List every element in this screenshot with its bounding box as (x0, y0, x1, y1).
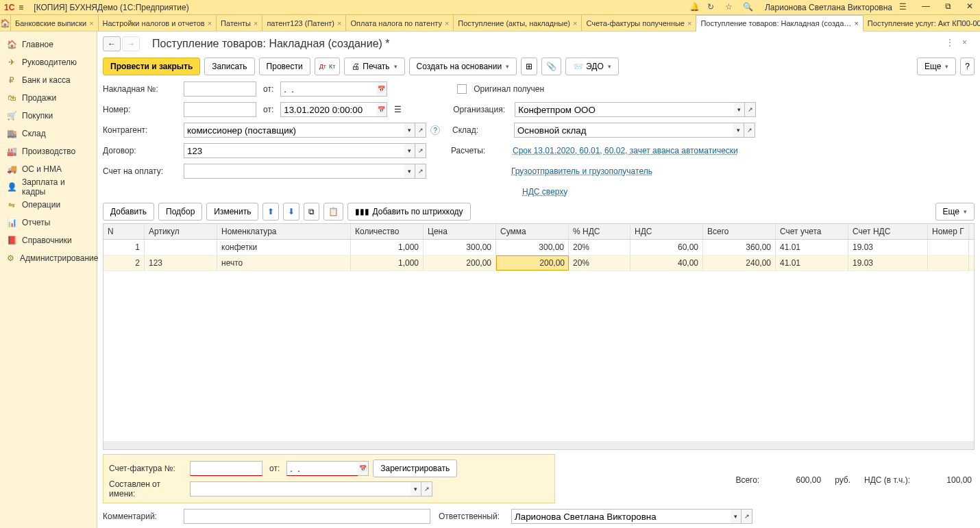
edo-button[interactable]: 📨ЭДО▾ (565, 58, 619, 75)
open-icon[interactable]: ↗ (415, 164, 426, 179)
user-menu-icon[interactable]: ☰ (899, 2, 910, 13)
forward-button[interactable]: → (122, 36, 140, 51)
table-row[interactable]: 2 123 нечто 1,000 200,00 200,00 20% 40,0… (103, 255, 974, 271)
more-button[interactable]: Еще▾ (917, 58, 956, 75)
chevron-down-icon[interactable]: ▾ (411, 481, 421, 496)
user-name[interactable]: Ларионова Светлана Викторовна (765, 3, 892, 12)
post-close-button[interactable]: Провести и закрыть (103, 58, 200, 75)
home-button[interactable]: 🏠 (0, 15, 11, 31)
tab-services[interactable]: Поступление услуг: Акт КП00-000028 от 26… (863, 15, 980, 31)
close-icon[interactable]: × (445, 19, 449, 27)
attach-button[interactable]: 📎 (541, 58, 561, 75)
sidebar-item-operations[interactable]: ⇋Операции (0, 196, 97, 214)
tab-goods-receipt[interactable]: Поступление товаров: Накладная (создание… (696, 15, 863, 32)
close-icon[interactable]: × (208, 19, 212, 27)
star-icon[interactable]: ☆ (725, 2, 736, 13)
paste-button[interactable]: 📋 (323, 203, 343, 221)
sidebar-item-sales[interactable]: 🛍Продажи (0, 89, 97, 107)
col-sum[interactable]: Сумма (496, 224, 569, 239)
col-tot[interactable]: Всего (703, 224, 776, 239)
dtkt-button[interactable]: ДтКт (315, 58, 341, 75)
chevron-down-icon[interactable]: ▾ (733, 123, 744, 138)
move-down-button[interactable]: ⬇ (283, 203, 299, 221)
open-icon[interactable]: ↗ (421, 481, 432, 496)
sost-input[interactable] (190, 481, 411, 496)
help-icon[interactable]: ? (430, 125, 440, 135)
tab-receipts[interactable]: Поступление (акты, накладные)× (454, 15, 582, 31)
sidebar-item-salary[interactable]: 👤Зарплата и кадры (0, 178, 97, 196)
tab-patents[interactable]: Патенты× (217, 15, 262, 31)
chevron-down-icon[interactable]: ▾ (734, 102, 745, 117)
close-icon[interactable]: × (854, 19, 858, 27)
sklad-input[interactable] (514, 123, 733, 138)
open-icon[interactable]: ↗ (415, 143, 426, 158)
back-button[interactable]: ← (103, 36, 121, 51)
selected-cell[interactable]: 200,00 (496, 255, 569, 271)
search-icon[interactable]: 🔍 (743, 2, 754, 13)
sidebar-item-manager[interactable]: ✈Руководителю (0, 53, 97, 71)
menu-icon[interactable]: ≡ (19, 3, 29, 12)
minimize-button[interactable]: — (920, 1, 932, 14)
col-vatp[interactable]: % НДС (569, 224, 630, 239)
tab-tax-settings[interactable]: Настройки налогов и отчетов× (99, 15, 217, 31)
structure-button[interactable]: ⊞ (521, 58, 537, 75)
sidebar-item-fixed-assets[interactable]: 🚚ОС и НМА (0, 160, 97, 178)
add-button[interactable]: Добавить (103, 203, 154, 221)
nomer-input[interactable] (184, 102, 256, 117)
sf-date-input[interactable] (286, 461, 358, 476)
sf-no-input[interactable] (190, 461, 262, 476)
comment-input[interactable] (184, 509, 430, 524)
open-icon[interactable]: ↗ (745, 102, 756, 117)
horizontal-scrollbar[interactable] (103, 441, 974, 449)
col-vacc[interactable]: Счет НДС (848, 224, 928, 239)
col-price[interactable]: Цена (424, 224, 496, 239)
maximize-button[interactable]: ⧉ (942, 1, 954, 14)
close-icon[interactable]: × (337, 19, 341, 27)
col-nom[interactable]: Номенклатура (217, 224, 351, 239)
open-icon[interactable]: ↗ (415, 123, 426, 138)
original-checkbox[interactable] (457, 84, 467, 94)
calculations-link[interactable]: Срок 13.01.2020, 60.01, 60.02, зачет ава… (513, 146, 738, 155)
col-vat[interactable]: НДС (630, 224, 703, 239)
shipper-link[interactable]: Грузоотправитель и грузополучатель (511, 166, 652, 176)
col-n[interactable]: N (103, 224, 145, 239)
tab-bank[interactable]: Банковские выписки× (11, 15, 99, 31)
table-more-button[interactable]: Еще▾ (935, 203, 975, 221)
close-button[interactable]: ✕ (964, 1, 976, 14)
table-row[interactable]: 1 конфетки 1,000 300,00 300,00 20% 60,00… (103, 240, 974, 255)
sidebar-item-bank[interactable]: ₽Банк и касса (0, 71, 97, 89)
nakl-no-input[interactable] (184, 81, 256, 97)
close-icon[interactable]: × (687, 19, 691, 27)
close-icon[interactable]: × (89, 19, 93, 27)
calendar-icon[interactable]: 📅 (376, 81, 387, 97)
sidebar-item-purchases[interactable]: 🛒Покупки (0, 107, 97, 125)
list-icon[interactable]: ☰ (394, 105, 406, 114)
dog-input[interactable] (184, 143, 404, 158)
tab-invoices[interactable]: Счета-фактуры полученные× (582, 15, 696, 31)
bell-icon[interactable]: 🔔 (689, 2, 700, 13)
open-icon[interactable]: ↗ (742, 509, 752, 524)
col-qty[interactable]: Количество (351, 224, 424, 239)
close-icon[interactable]: × (254, 19, 258, 27)
date-input[interactable] (280, 102, 376, 117)
chevron-down-icon[interactable]: ▾ (404, 164, 415, 179)
tab-patent-tax[interactable]: Оплата налога по патенту× (346, 15, 454, 31)
sidebar-item-catalogs[interactable]: 📕Справочники (0, 231, 97, 249)
col-art[interactable]: Артикул (145, 224, 217, 239)
history-icon[interactable]: ↻ (707, 2, 718, 13)
vat-link[interactable]: НДС сверху (522, 187, 567, 197)
change-button[interactable]: Изменить (206, 203, 258, 221)
move-up-button[interactable]: ⬆ (262, 203, 279, 221)
nakl-date-input[interactable] (280, 81, 376, 97)
responsible-input[interactable] (511, 509, 731, 524)
help-button[interactable]: ? (960, 58, 975, 75)
col-acc[interactable]: Счет учета (776, 224, 848, 239)
tab-patent123[interactable]: патент123 (Патент)× (262, 15, 346, 31)
barcode-button[interactable]: ▮▮▮Добавить по штрихкоду (347, 203, 470, 221)
register-button[interactable]: Зарегистрировать (373, 460, 457, 477)
sidebar-item-admin[interactable]: ⚙Администрирование (0, 249, 97, 267)
close-icon[interactable]: × (573, 19, 577, 27)
org-input[interactable] (515, 102, 734, 117)
sidebar-item-stock[interactable]: 🏬Склад (0, 125, 97, 142)
open-icon[interactable]: ↗ (744, 123, 755, 138)
